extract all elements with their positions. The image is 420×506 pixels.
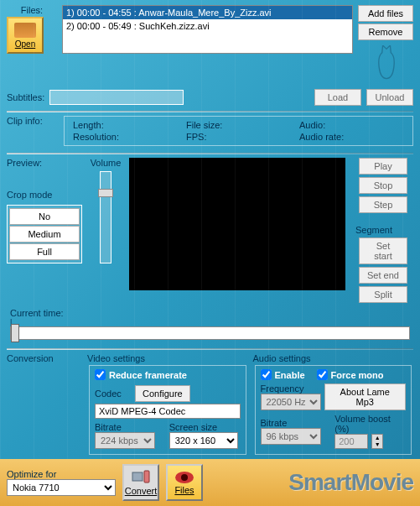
reduce-framerate-check[interactable]: Reduce framerate [95,369,187,380]
load-button[interactable]: Load [314,89,361,106]
audio-bitrate-select[interactable]: 96 kbps [261,428,321,445]
open-label: Open [15,39,35,49]
cropmode-label: Crop mode [7,190,82,200]
about-lame-button[interactable]: About Lame Mp3 [324,383,407,410]
list-item[interactable]: 2) 00:00 - 05:49 : SuchKeh.zizz.avi [63,19,352,33]
codec-field[interactable] [95,404,241,419]
volboost-label: Volume boost (%) [334,414,406,434]
currenttime-label: Current time: [10,308,410,318]
audiorate-label: Audio rate: [299,132,404,142]
list-item[interactable]: 1) 00:00 - 04:55 : Anwar-Maula_Mere_By_Z… [63,6,352,19]
setend-button[interactable]: Set end [359,267,407,284]
unload-button[interactable]: Unload [366,89,413,106]
subtitles-label: Subtitles: [7,92,44,102]
audio-label: Audio: [299,120,404,130]
subtitles-input[interactable] [49,90,184,105]
file-list[interactable]: 1) 00:00 - 04:55 : Anwar-Maula_Mere_By_Z… [62,5,353,54]
open-button[interactable]: Open [7,17,44,54]
add-files-button[interactable]: Add files [358,5,413,22]
clipinfo-label: Clip info: [7,116,57,146]
svg-rect-0 [132,472,143,481]
resolution-label: Resolution: [73,132,178,142]
svg-rect-1 [144,471,149,483]
length-label: Length: [73,120,178,130]
timeline-thumb[interactable] [11,324,19,342]
volboost-field[interactable] [334,434,368,449]
files-label: Files: [7,5,57,15]
step-button[interactable]: Step [359,196,407,213]
clipinfo-panel: Length: File size: Audio: Resolution: FP… [64,116,413,146]
svg-point-3 [181,474,188,481]
brand-logo: SmartMovie [288,469,413,496]
stop-button[interactable]: Stop [359,177,407,194]
codec-label: Codec [95,389,132,399]
volume-label: Volume [91,158,122,168]
audio-settings-group: Enable Force mono Frequency 22050 Hz Abo… [255,365,412,455]
screensize-label: Screen size [169,422,241,432]
fps-label: FPS: [186,132,291,142]
cat-icon [371,45,402,82]
volboost-stepper[interactable]: ▲▼ [371,434,383,449]
volume-thumb[interactable] [98,189,113,197]
screensize-select[interactable]: 320 x 160 [169,432,238,449]
timeline-slider[interactable] [10,326,410,340]
folder-icon [14,23,36,38]
forcemono-check[interactable]: Force mono [317,369,384,380]
convert-icon [132,469,150,486]
crop-mode-group: No Medium Full [7,205,82,263]
optimize-select[interactable]: Nokia 7710 [7,479,116,496]
convert-button[interactable]: Convert [122,464,159,501]
video-settings-label: Video settings [87,353,248,363]
audio-settings-label: Audio settings [253,353,414,363]
video-settings-group: Reduce framerate Codec Configure Bitrate… [89,365,246,455]
bitrate-label: Bitrate [95,422,166,432]
frequency-select[interactable]: 22050 Hz [261,394,321,410]
split-button[interactable]: Split [359,286,407,303]
play-button[interactable]: Play [359,158,407,175]
enable-audio-check[interactable]: Enable [261,369,305,380]
crop-medium[interactable]: Medium [9,226,80,243]
preview-label: Preview: [7,158,82,168]
video-bitrate-select[interactable]: 224 kbps [95,432,155,449]
eye-icon [174,470,194,485]
crop-full[interactable]: Full [9,243,80,260]
optimize-label: Optimize for [7,469,116,479]
setstart-button[interactable]: Set start [359,237,407,264]
segment-label: Segment [355,225,392,235]
volume-slider[interactable] [100,171,111,263]
preview-video [129,158,345,290]
files-button[interactable]: Files [166,464,203,501]
configure-button[interactable]: Configure [135,385,190,402]
remove-button[interactable]: Remove [358,23,413,40]
conversion-label: Conversion [7,353,82,363]
crop-no[interactable]: No [9,208,80,225]
audio-bitrate-label: Bitrate [261,418,332,428]
frequency-label: Frequency [261,383,321,394]
filesize-label: File size: [186,120,291,130]
